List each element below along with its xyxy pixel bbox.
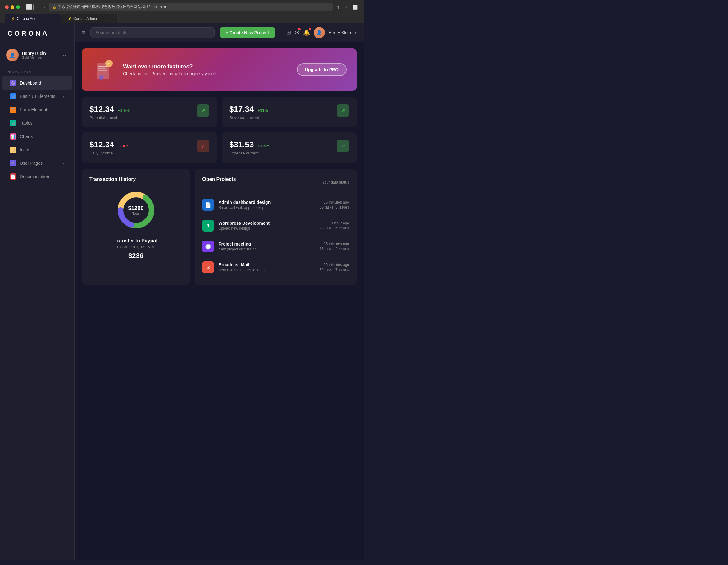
notification-badge: [309, 28, 311, 30]
project-meta-1: 1 hour ago 23 tasks, 5 issues: [320, 221, 349, 230]
header: ≡ + Create New Project ⊞ ✉ 🔔 👤 Henry Kle…: [75, 23, 364, 42]
upgrade-button[interactable]: Upgrade to PRO: [297, 63, 347, 76]
svg-rect-3: [98, 70, 107, 71]
banner-illustration: ✓: [92, 57, 117, 82]
stat-icon-1: ↗: [337, 104, 349, 117]
forward-button[interactable]: ›: [43, 4, 47, 10]
sidebar-item-charts[interactable]: 📊 Charts: [2, 130, 72, 143]
projects-status: Your data status: [322, 180, 349, 184]
stat-info-0: $12.34 +3.5% Potential growth: [89, 104, 130, 120]
tables-icon: ⊞: [10, 120, 16, 126]
menu-toggle-button[interactable]: ≡: [82, 30, 85, 36]
stat-icon-2: ↙: [197, 140, 209, 152]
tab-icon-2: ⚡: [68, 17, 71, 20]
search-input[interactable]: [90, 27, 215, 38]
stat-change-1: +11%: [258, 108, 268, 113]
project-time-2: 35 minutes ago: [320, 242, 349, 246]
sidebar-toggle-icon[interactable]: ⬜: [25, 4, 34, 10]
stat-icon-0: ↗: [197, 104, 209, 117]
project-meta-0: 15 minutes ago 30 tasks, 5 issues: [320, 200, 349, 209]
browser-tab-1[interactable]: ⚡ Corona Admin: [5, 14, 61, 23]
svg-text:✓: ✓: [108, 61, 111, 66]
transaction-name: Transfer to Paypal: [89, 238, 182, 244]
stat-value-1: $17.34: [229, 104, 254, 114]
notification-button[interactable]: 🔔: [303, 29, 310, 36]
header-actions: ⊞ ✉ 🔔 👤 Henry Klein ▾: [286, 27, 357, 38]
sidebar-item-label-dashboard: Dashboard: [20, 80, 41, 85]
sidebar-item-label-tables: Tables: [20, 121, 32, 125]
project-tasks-3: 35 tasks, 7 issues: [320, 267, 349, 272]
bottom-grid: Transaction History: [82, 169, 357, 285]
app-layout: CORONA 👤 Henry Klein Gold Member ⋯ Navig…: [0, 23, 364, 560]
user-dropdown-icon[interactable]: ▾: [355, 30, 357, 35]
donut-label: $1200 Total: [128, 205, 144, 215]
project-name-3: Broadcast Mail: [218, 262, 315, 267]
mail-button[interactable]: ✉: [295, 29, 299, 36]
sidebar: CORONA 👤 Henry Klein Gold Member ⋯ Navig…: [0, 23, 75, 560]
browser-tab-2[interactable]: ⚡ Corona Admin: [61, 14, 117, 23]
project-tasks-2: 15 tasks, 2 issues: [320, 247, 349, 251]
banner-subtitle: Check out our Pro version with 5 unique …: [123, 71, 291, 76]
banner-title: Want even more features?: [123, 63, 291, 70]
sidebar-item-label-basic-ui: Basic UI Elements: [20, 94, 55, 99]
back-button[interactable]: ‹: [36, 4, 40, 10]
donut-total-label: Total: [128, 212, 144, 215]
documentation-icon: 📄: [10, 173, 16, 180]
minimize-button[interactable]: [11, 5, 14, 9]
create-project-button[interactable]: + Create New Project: [220, 27, 275, 38]
svg-rect-1: [98, 66, 107, 67]
project-icon-0: 📄: [202, 199, 214, 211]
project-meta-3: 55 minutes ago 35 tasks, 7 issues: [320, 262, 349, 272]
project-icon-1: ⬆: [202, 220, 214, 231]
share-button[interactable]: ⬆: [335, 4, 341, 10]
sidebar-item-dashboard[interactable]: 🔮 Dashboard: [2, 76, 72, 89]
svg-rect-2: [98, 68, 106, 69]
project-icon-2: 🕐: [202, 240, 214, 252]
header-avatar: 👤: [314, 27, 325, 38]
sidebar-item-icons[interactable]: ⊡ Icons: [2, 143, 72, 156]
project-desc-2: New project discussion: [218, 247, 315, 251]
user-more-button[interactable]: ⋯: [62, 52, 68, 58]
avatar: 👤: [6, 49, 19, 61]
fullscreen-button[interactable]: [16, 5, 20, 9]
project-desc-3: Sent release details to team: [218, 268, 315, 272]
new-tab-button[interactable]: +: [344, 4, 349, 10]
chevron-down-icon: ▾: [63, 95, 64, 98]
project-name-1: Wordpress Development: [218, 221, 315, 225]
grid-view-button[interactable]: ⊞: [286, 29, 291, 36]
close-button[interactable]: [5, 5, 9, 9]
sidebar-item-form-elements[interactable]: ☰ Form Elements: [2, 103, 72, 116]
address-bar[interactable]: 🔒 系数据统计后台网站模板/深色系数据统计后台网站模板/index.html: [49, 3, 332, 11]
stat-label-0: Potential growth: [89, 115, 130, 120]
url-text: 系数据统计后台网站模板/深色系数据统计后台网站模板/index.html: [58, 4, 166, 10]
sidebar-item-label-icons: Icons: [20, 147, 30, 152]
project-time-1: 1 hour ago: [320, 221, 349, 225]
transaction-title: Transaction History: [89, 176, 182, 182]
stat-info-3: $31.53 +3.5% Expense current: [229, 140, 269, 155]
mail-badge: [298, 28, 301, 30]
project-desc-0: Broadcast web app mockup: [218, 205, 315, 210]
sidebar-nav: 🔮 Dashboard 🖥 Basic UI Elements ▾ ☰ Form…: [0, 76, 74, 183]
security-icon: 🔒: [52, 5, 56, 9]
browser-chrome: ⬜ ‹ › 🔒 系数据统计后台网站模板/深色系数据统计后台网站模板/index.…: [0, 0, 364, 23]
banner-text: Want even more features? Check out our P…: [123, 63, 291, 76]
tab-label-1: Corona Admin: [17, 16, 40, 21]
project-tasks-1: 23 tasks, 5 issues: [320, 226, 349, 230]
sidebar-item-basic-ui[interactable]: 🖥 Basic UI Elements ▾: [2, 90, 72, 103]
icons-icon: ⊡: [10, 147, 16, 153]
donut-chart: $1200 Total: [114, 188, 158, 232]
dashboard-icon: 🔮: [10, 80, 16, 86]
transaction-amount: $236: [89, 252, 182, 260]
user-role: Gold Member: [22, 56, 59, 59]
project-tasks-0: 30 tasks, 5 issues: [320, 205, 349, 209]
project-item-0: 📄 Admin dashboard design Broadcast web a…: [202, 194, 349, 215]
sidebar-item-tables[interactable]: ⊞ Tables: [2, 116, 72, 130]
stat-card-3: $31.53 +3.5% Expense current ↗: [222, 132, 357, 163]
tab-icon-1: ⚡: [11, 17, 15, 20]
sidebar-item-user-pages[interactable]: ⚙ User Pages ▾: [2, 157, 72, 170]
window-button[interactable]: ⬜: [351, 4, 359, 10]
projects-header: Open Projects Your data status: [202, 176, 349, 188]
sidebar-item-documentation[interactable]: 📄 Documentation: [2, 170, 72, 183]
project-info-1: Wordpress Development Upload new design: [218, 221, 315, 230]
project-item-1: ⬆ Wordpress Development Upload new desig…: [202, 215, 349, 236]
